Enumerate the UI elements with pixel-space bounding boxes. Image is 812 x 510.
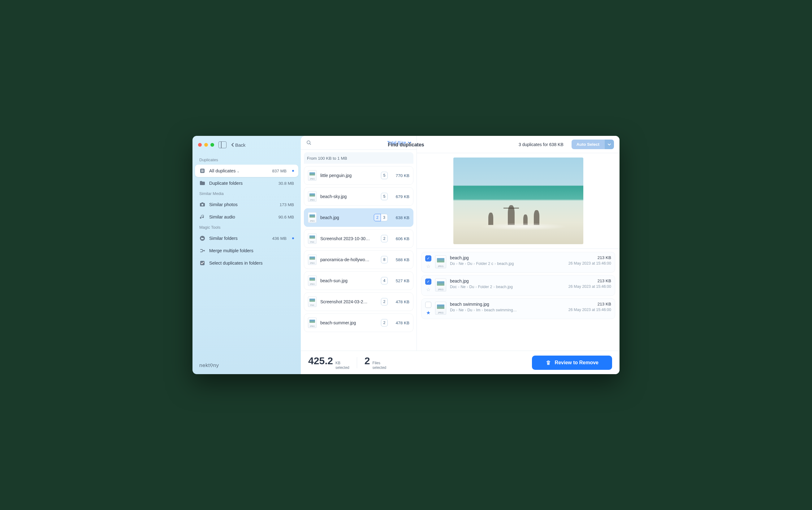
file-name: beach-sky.jpg (320, 194, 377, 199)
close-icon[interactable] (198, 143, 202, 147)
dup-size: 213 KB (569, 302, 611, 306)
dup-date: 26 May 2023 at 15:46:00 (569, 261, 611, 265)
file-size: 527 KB (392, 279, 409, 283)
file-row[interactable]: JPEGbeach-sky.jpg5679 KB (304, 187, 413, 206)
duplicate-list[interactable]: ✓☆JPEGbeach.jpgDo›Ne›Du›Folder 2 c›beach… (417, 249, 619, 351)
dup-size: 213 KB (569, 279, 611, 283)
minimize-icon[interactable] (204, 143, 208, 147)
sidebar-item-similar-photos[interactable]: Similar photos173 MB (195, 198, 298, 211)
file-row[interactable]: JPEGpanoramica-de-hollywo…8588 KB (304, 250, 413, 269)
file-row[interactable]: PNGScreenshot 2023-10-30…2606 KB (304, 229, 413, 248)
folders-icon (199, 235, 205, 242)
file-name: Screenshot 2023-10-30… (320, 236, 377, 241)
stat-size-value: 425.2 (308, 355, 333, 367)
sidebar-item-label: Similar photos (209, 202, 276, 207)
brand-logo: nektọny (193, 362, 301, 369)
dup-meta: 213 KB26 May 2023 at 15:46:00 (569, 279, 611, 292)
sidebar-item-label: Select duplicates in folders (209, 261, 294, 265)
file-name: panoramica-de-hollywo… (320, 257, 377, 262)
review-remove-button[interactable]: Review to Remove (532, 356, 612, 370)
duplicate-item[interactable]: ✓☆JPEGbeach.jpgDo›Ne›Du›Folder 2 c›beach… (421, 252, 615, 273)
count-badge: 4 (381, 277, 388, 284)
sidebar-toggle-button[interactable] (219, 141, 227, 148)
sidebar-item-label: Similar audio (209, 215, 275, 219)
file-thumb-icon: PNG (308, 296, 317, 307)
sidebar-item-size: 837 MB (272, 169, 287, 173)
sidebar-item-merge-multiple-folders[interactable]: Merge multiple folders (195, 245, 298, 257)
dup-controls: ★ (425, 302, 431, 316)
file-row[interactable]: JPEGbeach.jpg23638 KB (304, 208, 413, 227)
dup-meta: 213 KB26 May 2023 at 15:46:00 (569, 302, 611, 316)
dup-controls: ✓☆ (425, 255, 431, 269)
file-name: Screenshot 2024-03-2… (320, 299, 377, 304)
footer: 425.2 KB selected 2 Files selected Revie… (301, 351, 619, 374)
check-icon (199, 260, 205, 266)
file-list-scroll[interactable]: From 100 KB to 1 MB JPEGlittle penguin.j… (301, 150, 416, 351)
svg-rect-3 (201, 202, 203, 203)
main-panel: Total Size From 100 KB to 1 MB JPEGlittl… (301, 136, 619, 374)
stat-files-value: 2 (365, 355, 370, 367)
sidebar-item-label: All duplicates⌄ (209, 168, 268, 173)
file-size: 770 KB (392, 173, 409, 178)
file-group-label: From 100 KB to 1 MB (304, 152, 413, 164)
file-row[interactable]: JPEGbeach-sun.jpg4527 KB (304, 272, 413, 290)
file-size: 606 KB (392, 236, 409, 241)
page-title: Find duplicates (388, 142, 424, 148)
search-icon[interactable] (307, 140, 311, 145)
svg-point-2 (201, 204, 203, 206)
file-thumb-icon: JPEG (308, 276, 317, 286)
dup-path: Do›Ne›Du›Folder 2 c›beach.jpg (450, 261, 565, 266)
section-label: Similar Media (193, 189, 301, 198)
star-icon[interactable]: ★ (426, 310, 430, 316)
duplicate-item[interactable]: ✓☆JPEGbeach.jpgDoc›Ne›Du›Folder 2›beach.… (421, 275, 615, 296)
sidebar-item-label: Similar folders (209, 236, 268, 241)
indicator-dot-icon (292, 170, 294, 172)
sidebar-item-size: 173 MB (280, 202, 294, 207)
file-thumb-icon: JPEG (308, 317, 317, 328)
dup-name: beach swimming.jpg (450, 302, 565, 307)
auto-select-menu-button[interactable] (604, 140, 614, 149)
sidebar-item-duplicate-folders[interactable]: Duplicate folders30.8 MB (195, 177, 298, 189)
zoom-icon[interactable] (210, 143, 214, 147)
star-icon[interactable]: ☆ (426, 263, 430, 269)
divider (357, 357, 357, 368)
file-row[interactable]: JPEGbeach-summer.jpg2478 KB (304, 313, 413, 332)
file-thumb-icon: JPEG (308, 212, 317, 223)
sidebar-item-similar-audio[interactable]: Similar audio90.6 MB (195, 211, 298, 223)
review-label: Review to Remove (555, 360, 599, 366)
checkbox[interactable]: ✓ (425, 255, 431, 261)
file-thumb-icon: JPEG (308, 170, 317, 181)
back-button[interactable]: Back (231, 142, 245, 148)
dup-info: beach.jpgDoc›Ne›Du›Folder 2›beach.jpg (450, 279, 565, 292)
sidebar-item-select-duplicates-in-folders[interactable]: Select duplicates in folders (195, 257, 298, 269)
indicator-dot-icon (292, 237, 294, 239)
dup-info: beach swimming.jpgDo›Ne›Du›Im›beach swim… (450, 302, 565, 316)
preview-area (417, 153, 619, 249)
sidebar-item-similar-folders[interactable]: Similar folders436 MB (195, 232, 298, 245)
duplicate-item[interactable]: ★JPEGbeach swimming.jpgDo›Ne›Du›Im›beach… (421, 298, 615, 319)
file-thumb-icon: JPEG (308, 191, 317, 202)
file-size: 679 KB (392, 194, 409, 199)
music-icon (199, 214, 205, 220)
file-name: little penguin.jpg (320, 173, 377, 178)
dup-date: 26 May 2023 at 15:46:00 (569, 284, 611, 289)
back-label: Back (235, 142, 245, 148)
star-icon[interactable]: ☆ (426, 287, 430, 292)
duplicate-summary: 3 duplicates for 638 KB (519, 142, 563, 147)
count-badge: 2 (381, 235, 388, 242)
sidebar-item-size: 436 MB (272, 236, 287, 241)
stat-size: 425.2 KB selected (308, 355, 349, 370)
stat-size-label: selected (336, 366, 349, 370)
content-area: Total Size From 100 KB to 1 MB JPEGlittl… (301, 136, 619, 351)
folder-icon (199, 180, 205, 186)
auto-select-button[interactable]: Auto Select (572, 140, 604, 149)
sidebar-item-size: 30.8 MB (279, 181, 294, 186)
merge-icon (199, 248, 205, 254)
file-row[interactable]: JPEGlittle penguin.jpg5770 KB (304, 166, 413, 185)
dup-meta: 213 KB26 May 2023 at 15:46:00 (569, 255, 611, 269)
file-row[interactable]: PNGScreenshot 2024-03-2…2478 KB (304, 292, 413, 311)
checkbox[interactable]: ✓ (425, 279, 431, 285)
sidebar-item-all-duplicates[interactable]: All duplicates⌄837 MB (195, 165, 298, 177)
checkbox[interactable] (425, 302, 431, 308)
file-thumb-icon: JPEG (435, 302, 446, 315)
